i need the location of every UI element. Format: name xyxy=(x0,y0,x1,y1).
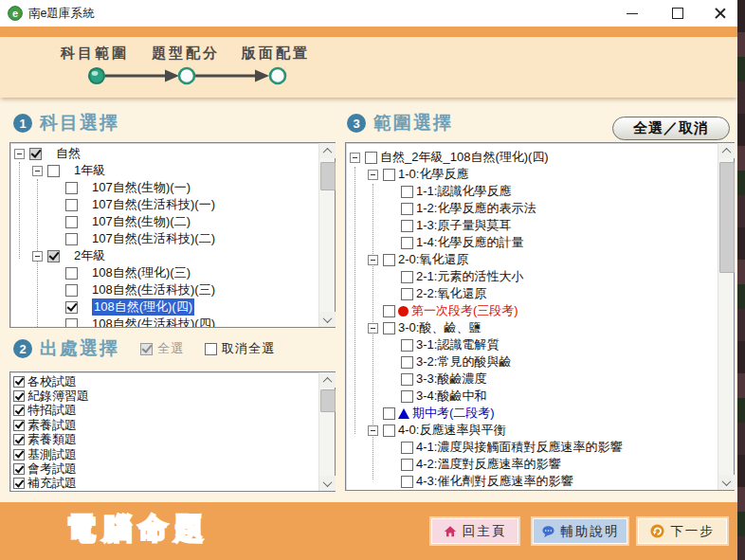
checkbox[interactable] xyxy=(13,376,25,388)
checkbox[interactable] xyxy=(65,199,78,211)
checkbox[interactable] xyxy=(401,288,413,300)
source-item[interactable]: 素養類題 xyxy=(10,433,335,447)
source-item[interactable]: 補充試題 xyxy=(10,477,335,491)
tree-item[interactable]: 4-3:催化劑對反應速率的影響 xyxy=(346,473,734,490)
expander-minus-icon[interactable] xyxy=(368,323,378,334)
source-item[interactable]: 各校試題 xyxy=(10,374,335,388)
next-step-button[interactable]: 下一步 xyxy=(638,518,727,544)
tree-item[interactable]: 107自然(生物)(一) xyxy=(10,179,335,196)
tree-item[interactable]: 1-1:認識化學反應 xyxy=(346,183,734,200)
tree-item[interactable]: 1-4:化學反應的計量 xyxy=(346,234,734,251)
expander-minus-icon[interactable] xyxy=(14,149,25,159)
checkbox[interactable] xyxy=(65,301,78,314)
minimize-icon[interactable] xyxy=(618,0,646,27)
checkbox[interactable] xyxy=(65,267,78,280)
tree-item[interactable]: 4-2:溫度對反應速率的影響 xyxy=(346,456,734,473)
expander-minus-icon[interactable] xyxy=(368,170,378,180)
checkbox[interactable] xyxy=(65,233,78,245)
expander-minus-icon[interactable] xyxy=(32,166,43,176)
tree-item[interactable]: 自然_2年級_108自然(理化)(四) xyxy=(346,149,734,166)
scroll-up-button[interactable] xyxy=(319,143,336,158)
checkbox[interactable] xyxy=(13,405,25,416)
tree-item[interactable]: 3-3:酸鹼濃度 xyxy=(346,370,734,388)
checkbox[interactable] xyxy=(401,271,413,283)
help-button[interactable]: 輔助說明 xyxy=(533,518,627,544)
expander-minus-icon[interactable] xyxy=(32,251,43,262)
scroll-down-button[interactable] xyxy=(319,476,336,491)
source-item[interactable]: 會考試題 xyxy=(10,461,335,476)
checkbox[interactable] xyxy=(383,322,395,334)
tree-item[interactable]: 108自然(生活科技)(四) xyxy=(10,316,335,328)
checkbox[interactable] xyxy=(383,169,395,181)
tree-item[interactable]: 2年級 xyxy=(10,247,335,264)
checkbox[interactable] xyxy=(401,220,413,232)
tree-item[interactable]: 107自然(生活科技)(一) xyxy=(10,196,335,213)
checkbox[interactable] xyxy=(401,356,413,369)
checkbox[interactable] xyxy=(401,442,413,454)
checkbox[interactable] xyxy=(401,186,413,198)
scroll-down-button[interactable] xyxy=(718,475,735,490)
checkbox[interactable] xyxy=(47,165,60,177)
source-item[interactable]: 紀錄簿習題 xyxy=(10,388,335,403)
tree-item[interactable]: 1-0:化學反應 xyxy=(346,166,734,183)
tree-item[interactable]: 2-2:氧化還原 xyxy=(346,285,734,302)
checkbox[interactable] xyxy=(383,254,395,266)
checkbox[interactable] xyxy=(65,284,78,297)
checkbox[interactable] xyxy=(383,407,395,420)
source-item[interactable]: 基測試題 xyxy=(10,447,335,461)
scrollbar-thumb[interactable] xyxy=(320,162,336,190)
checkbox[interactable] xyxy=(65,216,78,228)
select-all-toggle-button[interactable]: 全選／取消 xyxy=(612,117,730,140)
tree-item[interactable]: 4-0:反應速率與平衡 xyxy=(346,422,734,439)
checkbox[interactable] xyxy=(13,463,25,475)
tree-item[interactable]: 期中考(二段考) xyxy=(346,405,734,422)
scrollbar-thumb[interactable] xyxy=(320,389,336,412)
tree-item[interactable]: 1-2:化學反應的表示法 xyxy=(346,200,734,217)
checkbox[interactable] xyxy=(13,390,25,402)
subject-tree-scrollbar[interactable] xyxy=(318,143,335,327)
home-button[interactable]: 回主頁 xyxy=(431,518,518,544)
select-all-checkbox[interactable]: 全選 xyxy=(140,340,184,357)
tree-item[interactable]: 108自然(生活科技)(三) xyxy=(10,281,335,298)
deselect-all-checkbox[interactable]: 取消全選 xyxy=(205,340,275,357)
tree-item[interactable]: 自然 xyxy=(10,145,335,162)
source-item[interactable]: 特招試題 xyxy=(10,404,335,418)
checkbox[interactable] xyxy=(401,237,413,249)
close-icon[interactable] xyxy=(706,0,735,27)
scrollbar-thumb[interactable] xyxy=(719,162,735,273)
checkbox[interactable] xyxy=(65,318,78,329)
scroll-down-button[interactable] xyxy=(319,312,336,327)
source-list-scrollbar[interactable] xyxy=(318,372,335,491)
checkbox[interactable] xyxy=(29,148,42,160)
tree-item[interactable]: 第一次段考(三段考) xyxy=(346,302,734,319)
tree-item[interactable]: 2-0:氧化還原 xyxy=(346,251,734,268)
tree-item[interactable]: 108自然(理化)(四) xyxy=(10,298,335,316)
tree-item[interactable]: 3-4:酸鹼中和 xyxy=(346,388,734,405)
checkbox[interactable] xyxy=(13,449,25,461)
tree-item[interactable]: 3-1:認識電解質 xyxy=(346,336,734,353)
tree-item[interactable]: 3-2:常見的酸與鹼 xyxy=(346,353,734,370)
checkbox[interactable] xyxy=(401,339,413,352)
tree-item[interactable]: 107自然(生物)(二) xyxy=(10,213,335,230)
checkbox[interactable] xyxy=(13,434,25,445)
tree-item[interactable]: 4-1:濃度與接觸面積對反應速率的影響 xyxy=(346,439,734,456)
checkbox[interactable] xyxy=(13,420,25,431)
tree-item[interactable]: 2-1:元素的活性大小 xyxy=(346,268,734,285)
scroll-up-button[interactable] xyxy=(319,372,336,388)
maximize-icon[interactable] xyxy=(663,0,692,27)
checkbox[interactable] xyxy=(65,182,78,194)
checkbox[interactable] xyxy=(401,390,413,403)
scope-tree-scrollbar[interactable] xyxy=(718,143,734,490)
checkbox[interactable] xyxy=(401,476,413,488)
expander-minus-icon[interactable] xyxy=(368,255,378,265)
checkbox[interactable] xyxy=(401,203,413,215)
source-item[interactable]: 素養試題 xyxy=(10,418,335,432)
tree-item[interactable]: 3-0:酸、鹼、鹽 xyxy=(346,319,734,336)
checkbox[interactable] xyxy=(365,152,377,164)
scroll-up-button[interactable] xyxy=(718,143,735,158)
tree-item[interactable]: 1年級 xyxy=(10,162,335,179)
tree-item[interactable]: 107自然(生活科技)(二) xyxy=(10,230,335,247)
expander-minus-icon[interactable] xyxy=(368,425,378,436)
checkbox[interactable] xyxy=(401,373,413,386)
checkbox[interactable] xyxy=(13,478,25,489)
